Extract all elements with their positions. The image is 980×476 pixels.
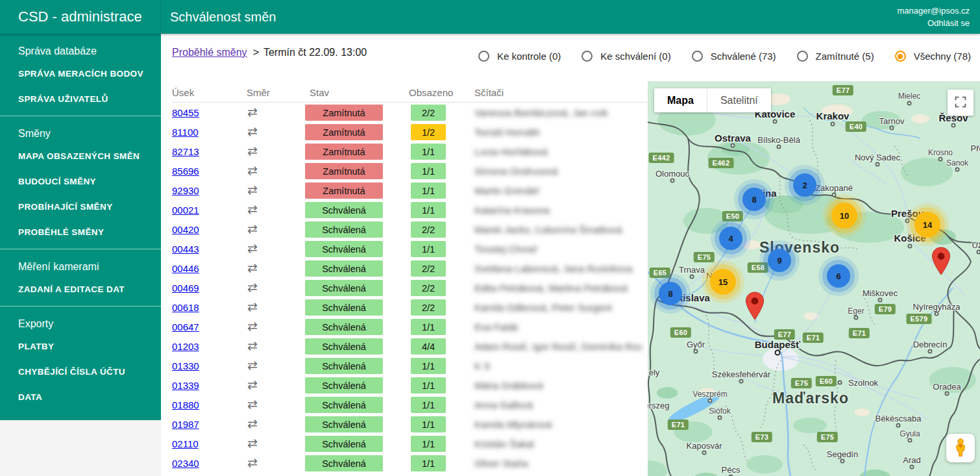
shift-id-link[interactable]: 01330 xyxy=(172,360,199,371)
road-badge-icon: E75 xyxy=(791,378,812,388)
column-header-smer: Směr xyxy=(247,87,270,98)
fullscreen-button[interactable] xyxy=(948,90,974,116)
map-city-label: Győr xyxy=(687,340,705,349)
road-badge-icon: E77 xyxy=(833,85,853,95)
shift-id-link[interactable]: 02340 xyxy=(172,458,199,469)
swap-arrows-icon: ⇄ xyxy=(247,163,258,178)
shift-id-link[interactable]: 81100 xyxy=(172,127,199,138)
table-row: 00443⇄Schválená1/1Timotej Chmel xyxy=(172,239,648,258)
shift-id-link[interactable]: 82713 xyxy=(172,146,199,157)
table-row: 00647⇄Schválená1/1Eva Faták xyxy=(172,317,648,336)
sidebar-item[interactable]: SPRÁVA MERACÍCH BODOV xyxy=(0,61,161,86)
map-pin-marker[interactable] xyxy=(745,292,765,323)
status-badge: Zamítnutá xyxy=(305,182,383,199)
shift-id-link[interactable]: 01203 xyxy=(172,341,199,352)
road-badge-icon: E60 xyxy=(816,376,837,386)
sidebar-item[interactable]: PROBĚHLÉ SMĚNY xyxy=(0,219,161,245)
breadcrumb-link[interactable]: Proběhlé směny xyxy=(172,47,247,58)
sidebar-item[interactable]: MAPA OBSAZENÝCH SMĚN xyxy=(0,144,161,169)
city-dot xyxy=(908,438,913,443)
sidebar-item[interactable]: ZADANÍ A EDITACE DAT xyxy=(0,277,161,302)
radio-circle-icon xyxy=(797,51,808,62)
logout-link[interactable]: Odhlásit se xyxy=(898,17,970,29)
shift-id-link[interactable]: 85696 xyxy=(172,166,199,177)
occupancy-badge: 1/1 xyxy=(411,436,446,452)
map-cluster-marker[interactable]: 6 xyxy=(827,264,850,288)
map-city-label: Mielec xyxy=(898,92,921,101)
counters-names: Adam Rosič, Igor Rosič, Dominika Ros xyxy=(474,341,644,352)
swap-arrows-icon: ⇄ xyxy=(247,221,258,236)
city-dot xyxy=(731,144,735,148)
shift-id-link[interactable]: 92930 xyxy=(172,185,199,196)
map-view-button[interactable]: Mapa xyxy=(654,88,707,112)
shift-id-link[interactable]: 01880 xyxy=(172,399,199,410)
map-city-label: Tarnov xyxy=(879,116,904,126)
shift-id-link[interactable]: 00443 xyxy=(172,244,199,255)
filter-radio-option[interactable]: Ke kontrole (0) xyxy=(478,51,561,62)
satellite-view-button[interactable]: Satelitní xyxy=(707,88,771,112)
sidebar-item[interactable]: CHYBĚJÍCÍ ČÍSLA ÚČTU xyxy=(0,359,161,384)
sidebar-item[interactable]: PLATBY xyxy=(0,334,161,359)
city-dot xyxy=(905,219,910,223)
map-cluster-marker[interactable]: 9 xyxy=(768,249,791,272)
sidebar-item[interactable]: BUDOUCÍ SMĚNY xyxy=(0,169,161,194)
map-city-label: Siófok xyxy=(709,407,730,416)
map-city-label: Békéscsaba xyxy=(876,414,922,423)
shift-id-link[interactable]: 01339 xyxy=(172,380,199,391)
occupancy-badge: 2/2 xyxy=(411,280,446,296)
shift-id-link[interactable]: 00618 xyxy=(172,302,199,313)
radio-circle-icon xyxy=(895,51,906,62)
filter-radio-option[interactable]: Zamítnuté (5) xyxy=(797,51,874,62)
city-dot xyxy=(890,126,894,131)
filter-radio-option[interactable]: Schválené (73) xyxy=(692,51,776,62)
shift-id-link[interactable]: 00021 xyxy=(172,205,199,216)
swap-arrows-icon: ⇄ xyxy=(247,241,258,256)
map-pin-marker[interactable] xyxy=(931,247,951,278)
map-cluster-marker[interactable]: 14 xyxy=(914,212,940,238)
swap-arrows-icon: ⇄ xyxy=(247,260,258,275)
swap-arrows-icon: ⇄ xyxy=(247,416,258,431)
map-city-label: Pécs xyxy=(722,465,741,475)
map-city-label: Krakov xyxy=(816,110,850,121)
city-dot xyxy=(951,123,956,128)
shift-id-link[interactable]: 00420 xyxy=(172,224,199,235)
map-cluster-marker[interactable]: 8 xyxy=(742,188,766,211)
city-dot xyxy=(773,119,778,124)
map-canvas[interactable] xyxy=(648,81,980,476)
map-cluster-marker[interactable]: 2 xyxy=(793,173,816,197)
filter-radio-option[interactable]: Ke schválení (0) xyxy=(582,51,670,62)
occupancy-badge: 2/2 xyxy=(411,105,446,121)
map-cluster-marker[interactable]: 4 xyxy=(719,227,742,250)
status-badge: Schválená xyxy=(305,241,383,257)
shift-id-link[interactable]: 01987 xyxy=(172,419,199,430)
shift-id-link[interactable]: 00647 xyxy=(172,321,199,332)
sidebar-item[interactable]: DATA xyxy=(0,384,161,410)
map-city-label: Segedín xyxy=(827,449,858,459)
sidebar-item[interactable]: PROBÍHAJÍCÍ SMĚNY xyxy=(0,194,161,219)
pegman-button[interactable] xyxy=(946,434,975,462)
sidebar-item[interactable]: SPRÁVA UŽIVATELŮ xyxy=(0,86,161,112)
radio-label: Ke schválení (0) xyxy=(600,51,670,62)
map-cluster-marker[interactable]: 10 xyxy=(831,203,857,229)
city-dot xyxy=(935,312,939,316)
shift-id-link[interactable]: 00469 xyxy=(172,282,199,294)
city-dot xyxy=(739,379,744,384)
map-cluster-marker[interactable]: 8 xyxy=(659,282,682,305)
sidebar-group: SměnyMAPA OBSAZENÝCH SMĚNBUDOUCÍ SMĚNYPR… xyxy=(0,116,161,249)
counters-names: Martin Grendel xyxy=(474,185,644,196)
map-panel[interactable]: MielecKatoviceKrakovTarnovŘešovOstravaBí… xyxy=(648,81,980,476)
shift-id-link[interactable]: 00446 xyxy=(172,263,199,274)
shift-id-link[interactable]: 02110 xyxy=(172,438,199,449)
map-cluster-marker[interactable]: 15 xyxy=(710,269,736,295)
breadcrumb: Proběhlé směny>Termín čt 22.09. 13:00 xyxy=(172,47,367,58)
counters-names: Timotej Chmel xyxy=(474,244,644,255)
filter-radio-option[interactable]: Všechny (78) xyxy=(895,51,971,62)
status-badge: Schválená xyxy=(305,455,383,471)
table-row: 80455⇄Zamítnutá2/2Vanessa Bombiczová, Ja… xyxy=(172,103,648,122)
road-badge-icon: E50 xyxy=(722,211,743,221)
table-row: 00618⇄Schválená2/2Kamila Odlerová, Peter… xyxy=(172,297,648,317)
shift-id-link[interactable]: 80455 xyxy=(172,107,199,118)
city-dot xyxy=(910,465,914,470)
table-row: 00021⇄Schválená1/1Katarína Krasova xyxy=(172,200,648,219)
road-badge-icon: E71 xyxy=(668,420,689,430)
